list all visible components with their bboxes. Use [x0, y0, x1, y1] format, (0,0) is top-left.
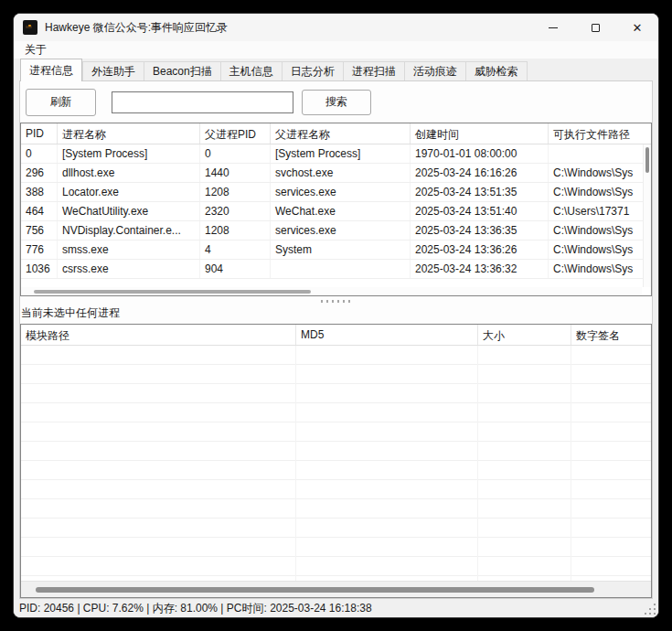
close-icon: ✕: [633, 22, 643, 34]
module-column-signature: [571, 346, 651, 581]
table-cell: Locator.exe: [58, 183, 200, 201]
resize-grip-icon[interactable]: [645, 604, 656, 615]
maximize-icon: [592, 24, 600, 32]
table-cell: 2320: [200, 202, 271, 220]
tab-outbound-helper[interactable]: 外连助手: [82, 61, 144, 81]
table-cell: C:\Windows\Sys: [549, 183, 651, 201]
module-table-body: [21, 346, 651, 581]
table-cell: 2025-03-24 13:51:35: [411, 183, 549, 201]
table-cell: [549, 144, 651, 163]
table-cell: services.exe: [271, 221, 411, 240]
column-header-parent-name[interactable]: 父进程名称: [271, 123, 411, 144]
table-cell: NVDisplay.Container.e...: [58, 221, 200, 240]
table-row[interactable]: 1036csrss.exe9042025-03-24 13:36:32C:\Wi…: [21, 260, 651, 279]
table-cell: C:\Windows\Sys: [549, 164, 651, 182]
column-header-parent-pid[interactable]: 父进程PID: [200, 123, 271, 144]
tab-log-analysis[interactable]: 日志分析: [282, 61, 343, 81]
splitter-handle[interactable]: [20, 296, 652, 305]
close-button[interactable]: ✕: [616, 14, 658, 41]
selection-status-label: 当前未选中任何进程: [20, 305, 652, 324]
table-cell: 1036: [21, 260, 58, 278]
hscroll-thumb[interactable]: [36, 587, 594, 593]
process-table-vscrollbar[interactable]: [643, 144, 651, 287]
table-cell: 1970-01-01 08:00:00: [411, 144, 549, 163]
module-table-header: 模块路径 MD5 大小 数字签名: [21, 325, 651, 346]
table-row[interactable]: 388Locator.exe1208services.exe2025-03-24…: [21, 183, 651, 202]
table-cell: 1208: [200, 183, 271, 201]
table-row[interactable]: 756NVDisplay.Container.e...1208services.…: [21, 221, 651, 241]
table-cell: [System Process]: [58, 144, 200, 163]
app-window: Hawkeye 微信公众号:事件响应回忆录 ✕ 关于 进程信息 外连助手 Bea…: [13, 13, 659, 618]
tab-threat-search[interactable]: 威胁检索: [465, 61, 528, 81]
process-table-hscrollbar[interactable]: [21, 287, 642, 295]
column-header-signature[interactable]: 数字签名: [571, 325, 651, 345]
table-cell: 776: [21, 241, 58, 259]
table-cell: 2025-03-24 13:51:40: [411, 202, 549, 220]
table-cell: dllhost.exe: [58, 164, 200, 182]
process-info-panel: 刷新 搜索 PID 进程名称 父进程PID 父进程名称 创建时间 可执行文件路径…: [19, 80, 653, 599]
search-button[interactable]: 搜索: [302, 90, 371, 115]
table-cell: [271, 260, 411, 278]
column-header-md5[interactable]: MD5: [296, 325, 478, 345]
column-header-create-time[interactable]: 创建时间: [411, 123, 549, 144]
hscroll-thumb[interactable]: [34, 290, 311, 294]
column-header-process-name[interactable]: 进程名称: [58, 123, 200, 144]
column-header-module-path[interactable]: 模块路径: [21, 325, 296, 345]
tab-activity-traces[interactable]: 活动痕迹: [404, 61, 465, 81]
app-icon: [23, 20, 37, 35]
table-cell: C:\Windows\Sys: [549, 260, 651, 278]
table-cell: services.exe: [271, 183, 411, 201]
table-cell: 464: [21, 202, 58, 220]
content-area: 进程信息 外连助手 Beacon扫描 主机信息 日志分析 进程扫描 活动痕迹 威…: [14, 59, 658, 599]
table-row[interactable]: 296dllhost.exe1440svchost.exe2025-03-24 …: [21, 164, 651, 183]
process-table-body: 0[System Process]0[System Process]1970-0…: [21, 144, 651, 295]
table-cell: 0: [200, 144, 271, 163]
table-cell: 2025-03-24 13:36:32: [411, 260, 549, 278]
minimize-button[interactable]: [532, 14, 574, 41]
column-header-exe-path[interactable]: 可执行文件路径: [549, 123, 651, 144]
table-row[interactable]: 464WeChatUtility.exe2320WeChat.exe2025-0…: [21, 202, 651, 221]
maximize-button[interactable]: [574, 14, 616, 41]
search-input[interactable]: [112, 91, 293, 113]
tab-process-info[interactable]: 进程信息: [20, 59, 82, 81]
vscroll-thumb[interactable]: [645, 147, 649, 173]
module-column-size: [478, 346, 571, 581]
table-cell: [System Process]: [271, 144, 411, 163]
table-row[interactable]: 776smss.exe4System2025-03-24 13:36:26C:\…: [21, 241, 651, 260]
column-header-size[interactable]: 大小: [478, 325, 571, 345]
status-text: PID: 20456 | CPU: 7.62% | 内存: 81.00% | P…: [19, 601, 372, 616]
table-cell: C:\Windows\Sys: [549, 241, 651, 259]
table-cell: 4: [200, 241, 271, 259]
titlebar: Hawkeye 微信公众号:事件响应回忆录 ✕: [14, 14, 658, 41]
table-cell: smss.exe: [58, 241, 200, 259]
table-cell: csrss.exe: [58, 260, 200, 278]
window-title: Hawkeye 微信公众号:事件响应回忆录: [45, 20, 228, 36]
tabstrip: 进程信息 外连助手 Beacon扫描 主机信息 日志分析 进程扫描 活动痕迹 威…: [19, 59, 653, 81]
table-cell: 756: [21, 221, 58, 240]
module-column-path: [21, 346, 296, 581]
table-cell: WeChat.exe: [271, 202, 411, 220]
tab-process-scan[interactable]: 进程扫描: [343, 61, 404, 81]
minimize-icon: [549, 27, 558, 28]
table-cell: svchost.exe: [271, 164, 411, 182]
menu-item-about[interactable]: 关于: [20, 41, 51, 59]
module-table-hscrollbar[interactable]: [21, 581, 651, 597]
table-cell: 904: [200, 260, 271, 278]
tab-beacon-scan[interactable]: Beacon扫描: [144, 61, 220, 81]
refresh-button[interactable]: 刷新: [26, 89, 96, 116]
caption-buttons: ✕: [532, 14, 658, 41]
table-cell: System: [271, 241, 411, 259]
process-table-header: PID 进程名称 父进程PID 父进程名称 创建时间 可执行文件路径: [21, 123, 651, 144]
table-cell: C:\Users\17371: [549, 202, 651, 220]
statusbar: PID: 20456 | CPU: 7.62% | 内存: 81.00% | P…: [14, 599, 658, 617]
module-column-md5: [296, 346, 478, 581]
menubar: 关于: [14, 41, 658, 59]
table-row[interactable]: 0[System Process]0[System Process]1970-0…: [21, 144, 651, 164]
column-header-pid[interactable]: PID: [21, 123, 58, 144]
module-table: 模块路径 MD5 大小 数字签名: [20, 324, 652, 598]
table-cell: 1440: [200, 164, 271, 182]
table-cell: 2025-03-24 13:36:26: [411, 241, 549, 259]
table-cell: 1208: [200, 221, 271, 240]
table-cell: WeChatUtility.exe: [58, 202, 200, 220]
tab-host-info[interactable]: 主机信息: [220, 61, 282, 81]
